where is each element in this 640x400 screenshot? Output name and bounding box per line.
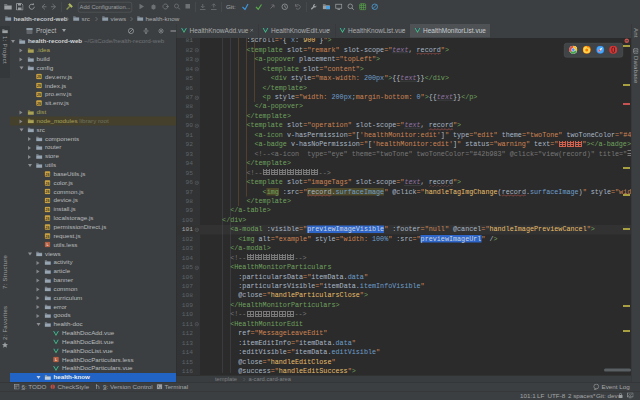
- svg-text:JS: JS: [45, 208, 50, 212]
- svg-text:JS: JS: [45, 172, 50, 176]
- svg-text:JS: JS: [37, 102, 42, 106]
- svg-text:JS: JS: [45, 181, 50, 185]
- svg-text:JS: JS: [37, 93, 42, 97]
- svg-text:JS: JS: [45, 217, 50, 221]
- svg-text:JS: JS: [45, 190, 50, 194]
- svg-text:JS: JS: [45, 225, 50, 229]
- svg-text:JS: JS: [37, 75, 42, 79]
- svg-text:JS: JS: [45, 234, 50, 238]
- svg-text:JS: JS: [45, 199, 50, 203]
- svg-text:JS: JS: [37, 84, 42, 88]
